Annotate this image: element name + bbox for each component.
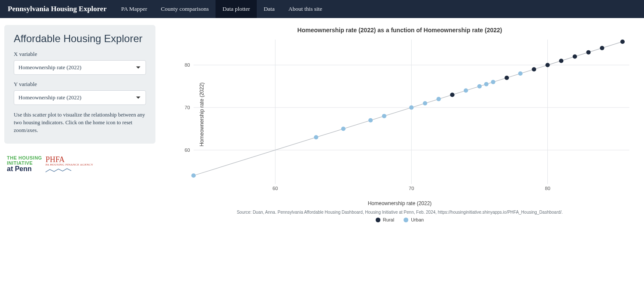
chevron-down-icon [136,97,140,99]
data-point[interactable] [504,76,509,80]
nav-county-comparisons[interactable]: County comparisons [154,0,216,18]
svg-text:70: 70 [409,186,414,191]
data-point[interactable] [518,71,522,76]
data-point[interactable] [423,101,427,105]
svg-line-12 [194,42,623,175]
x-variable-value: Homeownership rate (2022) [18,64,82,71]
svg-text:80: 80 [185,62,190,68]
sidebar: Affordable Housing Explorer X variable H… [4,25,155,174]
legend-label-urban: Urban [411,217,424,222]
panel-title: Affordable Housing Explorer [14,33,146,45]
legend-label-rural: Rural [383,217,394,222]
data-point[interactable] [409,105,413,110]
data-point[interactable] [545,63,550,67]
data-point[interactable] [450,92,454,97]
legend-rural[interactable]: Rural [376,217,394,222]
data-point[interactable] [620,40,625,44]
y-variable-value: Homeownership rate (2022) [18,94,82,101]
chevron-down-icon [136,67,140,69]
x-variable-label: X variable [14,51,146,58]
svg-text:80: 80 [545,186,550,191]
legend-urban[interactable]: Urban [404,217,424,222]
data-point[interactable] [491,80,495,84]
data-point[interactable] [464,89,468,93]
help-text: Use this scatter plot to visualize the r… [14,111,146,134]
scatter-plot[interactable]: 607080607080 [178,37,634,192]
brand: Pennsylvania Housing Explorer [0,0,114,18]
logos: THE HOUSING INITIATIVE at Penn PHFA PA H… [4,156,155,174]
data-point[interactable] [341,127,346,131]
svg-text:60: 60 [185,147,190,153]
y-variable-label: Y variable [14,81,146,88]
plot-box[interactable]: Homeownership rate (2022) 607080607080 [178,37,634,192]
housing-initiative-logo: THE HOUSING INITIATIVE at Penn [7,156,42,173]
phfa-graphic-icon [46,168,71,173]
nav-pa-mapper[interactable]: PA Mapper [114,0,154,18]
svg-text:70: 70 [185,105,190,110]
nav-data-plotter[interactable]: Data plotter [216,0,257,18]
data-point[interactable] [586,50,591,55]
chart-source: Source: Duan, Anna. Pennsylvania Afforda… [166,210,634,215]
main-content: Homeownership rate (2022) as a function … [166,25,640,222]
data-point[interactable] [559,58,563,63]
nav-data[interactable]: Data [257,0,281,18]
data-point[interactable] [484,82,489,86]
chart-title: Homeownership rate (2022) as a function … [166,27,634,34]
data-point[interactable] [532,67,536,71]
data-point[interactable] [382,114,386,118]
data-point[interactable] [600,46,604,50]
chart-legend: Rural Urban [166,217,634,222]
data-point[interactable] [437,97,441,101]
nav-about[interactable]: About this site [282,0,329,18]
x-variable-select[interactable]: Homeownership rate (2022) [14,60,146,75]
legend-swatch-rural [376,218,380,222]
x-axis-label: Homeownership rate (2022) [166,200,634,206]
y-axis-label: Homeownership rate (2022) [199,83,205,147]
data-point[interactable] [191,173,196,178]
svg-text:60: 60 [273,186,278,191]
chart-area: Homeownership rate (2022) as a function … [166,27,634,222]
navbar: Pennsylvania Housing Explorer PA Mapper … [0,0,644,18]
y-variable-select[interactable]: Homeownership rate (2022) [14,90,146,105]
data-point[interactable] [477,84,482,89]
control-panel: Affordable Housing Explorer X variable H… [4,25,155,144]
data-point[interactable] [573,55,577,59]
data-point[interactable] [314,135,318,139]
phfa-logo: PHFA PA HOUSING FINANCE AGENCY [46,156,93,174]
legend-swatch-urban [404,218,408,222]
data-point[interactable] [368,118,373,123]
